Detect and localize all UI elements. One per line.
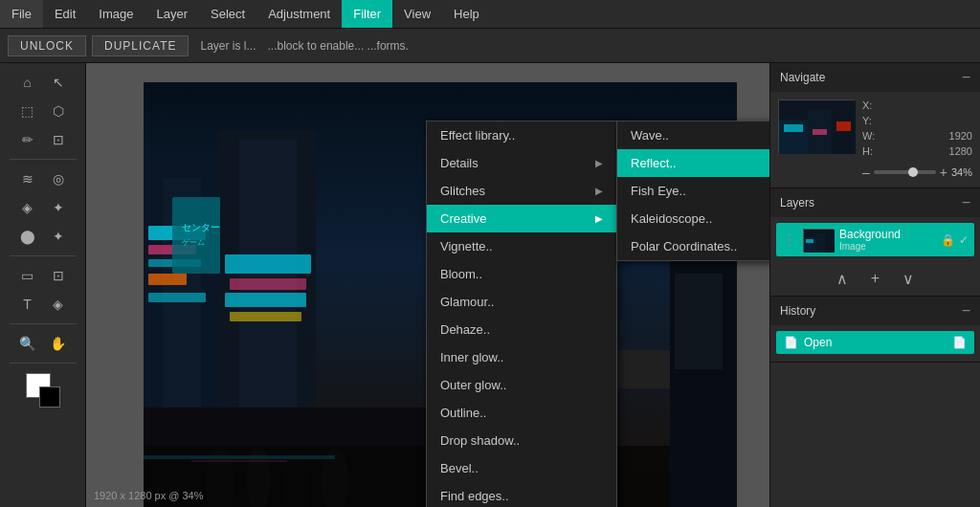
menu-file[interactable]: File [0,0,43,28]
svg-rect-39 [784,124,803,132]
layer-lock-icon[interactable]: 🔒 [941,233,955,247]
filter-bevel[interactable]: Bevel.. [427,454,616,482]
sub-wave[interactable]: Wave.. [617,121,769,149]
tool-row-8: T ◈ [13,291,73,318]
sub-fish-eye[interactable]: Fish Eye.. [617,177,769,205]
menu-select[interactable]: Select [199,0,256,28]
navigate-title: Navigate [780,71,825,84]
tool-crop[interactable]: ⊡ [44,126,73,153]
toolbar: UNLOCK DUPLICATE Layer is l... ...block … [0,29,980,63]
filter-dehaze[interactable]: Dehaze.. [427,316,616,343]
tool-divider-1 [10,159,77,160]
duplicate-button[interactable]: DUPLICATE [92,35,189,56]
sub-reflect[interactable]: Reflect.. [617,149,769,177]
layer-item-background[interactable]: ⋮ Background Image [776,223,974,256]
layers-move-down[interactable]: ∨ [897,268,920,290]
svg-rect-40 [813,129,827,135]
tool-home[interactable]: ⌂ [13,69,42,96]
tool-pen[interactable]: ✏ [13,126,42,153]
filter-bloom[interactable]: Bloom.. [427,260,616,288]
arrow-right-icon-3: ▶ [595,213,603,224]
history-collapse[interactable]: − [962,302,970,320]
svg-rect-14 [230,278,306,290]
tool-eyedrop[interactable]: ◈ [44,291,73,318]
tool-lasso[interactable]: ⬡ [44,98,73,124]
svg-rect-13 [225,254,311,274]
swatch-background[interactable] [39,386,60,408]
tool-hand[interactable]: ✋ [44,330,73,357]
menu-filter[interactable]: Filter [342,0,392,28]
tool-dot[interactable]: ⬤ [13,223,42,250]
layer-drag-handle[interactable]: ⋮ [782,231,797,249]
color-swatch[interactable] [26,373,60,408]
svg-text:ゲーム: ゲーム [182,238,205,247]
nav-w-label: W: [862,130,875,142]
zoom-slider[interactable] [874,170,936,174]
tool-divider-3 [10,323,77,324]
menu-help[interactable]: Help [442,0,491,28]
tool-drop[interactable]: ◈ [13,194,42,221]
filter-glamour[interactable]: Glamour.. [427,288,616,316]
svg-rect-45 [825,235,835,253]
sub-polar-coords[interactable]: Polar Coordinates.. [617,232,769,260]
filter-effect-library[interactable]: Effect library.. [427,121,616,149]
arrow-right-icon-2: ▶ [595,186,603,196]
canvas-area: 89388004_m.jpg [86,63,769,507]
filter-find-edges[interactable]: Find edges.. [427,482,616,507]
toolbar-info: Layer is l... [200,39,256,53]
filter-outline[interactable]: Outline.. [427,399,616,427]
menu-adjustment[interactable]: Adjustment [256,0,342,28]
filter-menu: Effect library.. Details ▶ Glitches ▶ Cr… [426,121,617,507]
main-area: ⌂ ↖ ⬚ ⬡ ✏ ⊡ ≋ ◎ ◈ ✦ ⬤ ✦ ▭ ⊡ T [0,63,980,507]
left-tool-panel: ⌂ ↖ ⬚ ⬡ ✏ ⊡ ≋ ◎ ◈ ✦ ⬤ ✦ ▭ ⊡ T [0,63,86,507]
tool-row-7: ▭ ⊡ [13,262,73,289]
filter-inner-glow[interactable]: Inner glow.. [427,343,616,371]
unlock-button[interactable]: UNLOCK [8,35,86,56]
tool-star[interactable]: ✦ [44,223,73,250]
sub-kaleidoscope[interactable]: Kaleidoscope.. [617,205,769,232]
filter-drop-shadow[interactable]: Drop shadow.. [427,427,616,454]
menu-layer[interactable]: Layer [145,0,200,28]
tool-wave[interactable]: ≋ [13,165,42,192]
navigate-collapse[interactable]: − [962,69,970,86]
zoom-plus-button[interactable]: + [940,165,947,180]
nav-w-row: W: 1920 [862,130,972,142]
filter-glitches[interactable]: Glitches ▶ [427,177,616,205]
tool-select-arrow[interactable]: ↖ [44,69,73,96]
tool-row-9: 🔍 ✋ [13,330,73,357]
layers-move-up[interactable]: ∧ [831,268,854,290]
menu-image[interactable]: Image [87,0,145,28]
filter-vignette[interactable]: Vignette.. [427,232,616,260]
tool-rect[interactable]: ▭ [13,262,42,289]
tool-zoom[interactable]: 🔍 [13,330,42,357]
layer-info: Background Image [839,228,935,252]
nav-x-label: X: [862,99,872,111]
history-item-open[interactable]: 📄 Open 📄 [776,331,974,354]
history-header: History − [770,297,980,325]
filter-details[interactable]: Details ▶ [427,149,616,177]
layers-collapse[interactable]: − [962,194,970,211]
layers-title: Layers [780,196,814,209]
layer-icons: 🔒 ✓ [941,233,969,247]
creative-submenu: Wave.. Reflect.. Fish Eye.. Kaleidoscope… [616,121,769,261]
layers-header: Layers − [770,188,980,217]
layer-visibility-icon[interactable]: ✓ [959,233,969,247]
svg-text:センター: センター [182,222,220,232]
layers-actions: ∧ + ∨ [770,262,980,296]
tool-row-1: ⌂ ↖ [13,69,73,96]
menu-edit[interactable]: Edit [43,0,87,28]
svg-rect-46 [806,239,813,243]
filter-outer-glow[interactable]: Outer glow.. [427,371,616,399]
tool-text[interactable]: T [13,291,42,318]
tool-gear[interactable]: ✦ [44,194,73,221]
menu-view[interactable]: View [392,0,442,28]
image-dimensions: 1920 x 1280 px @ 34% [94,490,204,501]
filter-creative[interactable]: Creative ▶ [427,205,616,232]
layers-add[interactable]: + [865,268,885,290]
tool-circle[interactable]: ◎ [44,165,73,192]
history-content: 📄 Open 📄 [770,325,980,362]
tool-marquee[interactable]: ⬚ [13,98,42,124]
zoom-minus-button[interactable]: – [862,165,870,180]
tool-frame[interactable]: ⊡ [44,262,73,289]
zoom-thumb [908,167,918,177]
